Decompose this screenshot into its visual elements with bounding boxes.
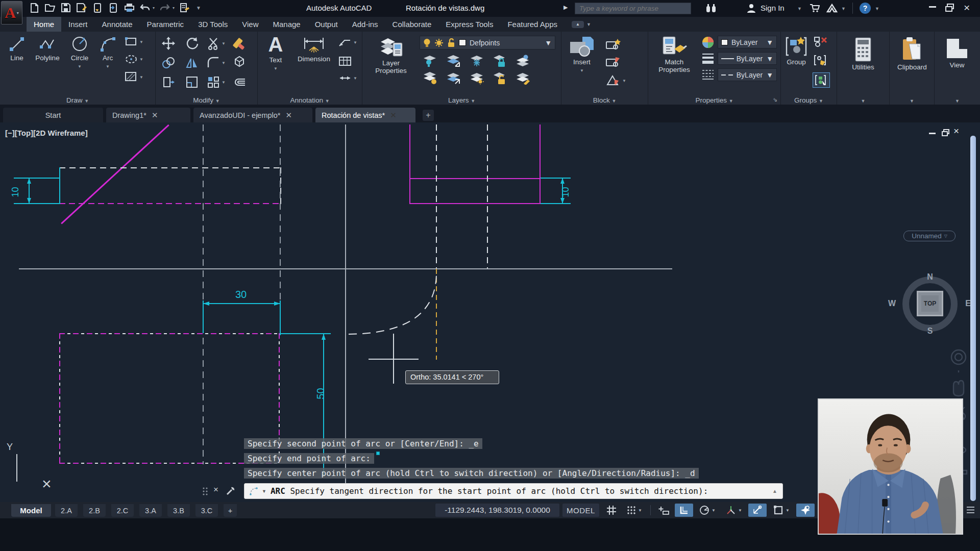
layer-dropdown-arrow-icon[interactable]: ▼: [545, 39, 552, 47]
ellipse-tool-button[interactable]: ▼: [125, 54, 143, 64]
close-tab-icon[interactable]: ✕: [286, 111, 292, 120]
fillet-tool-button[interactable]: ▼: [207, 56, 226, 69]
panel-label-groups[interactable]: Groups ▼: [781, 96, 837, 104]
layer-properties-button[interactable]: Layer Properties: [368, 36, 414, 74]
plot-icon[interactable]: [124, 2, 135, 13]
snap-toggle[interactable]: ▼: [623, 504, 646, 517]
linetype-dropdown[interactable]: ByLayer▼: [718, 68, 777, 81]
coordinates-display[interactable]: -1129.2443, 198.3019, 0.0000: [435, 504, 559, 517]
layer-isolate-icon[interactable]: [422, 54, 438, 67]
object-snap-tracking-toggle[interactable]: [748, 504, 767, 517]
ribbon-tab-output[interactable]: Output: [308, 17, 345, 32]
layout-tab-2a[interactable]: 2.A: [55, 504, 78, 517]
viewcube-top-face[interactable]: TOP: [917, 291, 943, 316]
ungroup-button[interactable]: [814, 36, 828, 48]
file-tab-rotacion[interactable]: Rotación de vistas*✕: [315, 108, 415, 122]
view-button[interactable]: View: [940, 37, 974, 69]
save-as-icon[interactable]: [76, 2, 87, 13]
dynamic-input-toggle[interactable]: [654, 504, 673, 517]
array-tool-button[interactable]: ▼: [207, 76, 226, 89]
define-attributes-button[interactable]: ▼: [605, 74, 626, 87]
copy-tool-button[interactable]: [162, 56, 175, 69]
table-tool-button[interactable]: [338, 56, 352, 66]
window-restore-button[interactable]: [945, 4, 954, 12]
help-icon[interactable]: ?: [860, 3, 871, 14]
ribbon-tab-collaborate[interactable]: Collaborate: [385, 17, 439, 32]
view-name-dropdown[interactable]: Unnamed▽: [903, 231, 955, 241]
ribbon-tab-view[interactable]: View: [235, 17, 265, 32]
model-space-toggle[interactable]: MODEL: [562, 504, 599, 517]
customization-menu-icon[interactable]: [966, 506, 975, 514]
layer-lock-icon[interactable]: [492, 54, 507, 67]
layer-unlock-icon[interactable]: [447, 38, 455, 47]
ribbon-tab-insert[interactable]: Insert: [61, 17, 95, 32]
panel-label-view[interactable]: ▼: [935, 96, 980, 104]
layer-on-icon[interactable]: [423, 38, 431, 47]
layer-thaw2-icon[interactable]: [469, 71, 485, 85]
polar-tracking-toggle[interactable]: ▼: [695, 504, 720, 517]
annotation-visibility-toggle[interactable]: [796, 504, 815, 517]
cart-icon[interactable]: [810, 4, 820, 13]
command-close-icon[interactable]: ×: [213, 485, 218, 495]
text-tool-button[interactable]: A Text▼: [263, 34, 288, 72]
layer-thaw-icon[interactable]: [434, 38, 444, 47]
layout-tab-3a[interactable]: 3.A: [139, 504, 162, 517]
hatch-tool-button[interactable]: ▼: [125, 71, 143, 83]
circle-tool-button[interactable]: Circle▼: [65, 35, 94, 70]
sign-in-dropdown-icon[interactable]: ▼: [797, 6, 802, 11]
viewport-close-icon[interactable]: ×: [953, 126, 959, 137]
trim-tool-button[interactable]: ▼: [207, 37, 226, 50]
command-recent-dropdown-icon[interactable]: ▼: [262, 489, 266, 494]
viewport-restore-icon[interactable]: [942, 129, 949, 136]
undo-icon[interactable]: [139, 2, 151, 13]
panel-label-properties[interactable]: Properties ▼: [648, 96, 780, 104]
layer-change-icon[interactable]: [514, 71, 531, 85]
new-tab-button[interactable]: +: [423, 110, 434, 121]
leader-tool-button[interactable]: ▼: [338, 38, 357, 47]
group-edit-button[interactable]: [814, 54, 828, 66]
model-tab[interactable]: Model: [11, 504, 51, 517]
application-menu-button[interactable]: A▾: [1, 1, 22, 24]
ribbon-tab-3d-tools[interactable]: 3D Tools: [191, 17, 235, 32]
edit-block-button[interactable]: [605, 56, 621, 68]
layout-tab-2b[interactable]: 2.B: [83, 504, 106, 517]
search-input[interactable]: [575, 3, 691, 14]
panel-label-utilities[interactable]: ▼: [837, 96, 889, 104]
object-snap-toggle[interactable]: ▼: [769, 504, 794, 517]
panel-label-draw[interactable]: Draw ▼: [0, 96, 155, 104]
isodraft-toggle[interactable]: ▼: [722, 504, 746, 517]
ribbon-tab-featured-apps[interactable]: Featured Apps: [500, 17, 565, 32]
file-tab-avanzadoudi[interactable]: AvanzadoUDI - ejemplo*✕: [193, 108, 312, 122]
right-scrollbar[interactable]: [970, 136, 976, 501]
open-file-icon[interactable]: [44, 2, 56, 13]
ortho-toggle[interactable]: [675, 504, 693, 517]
viewport-label[interactable]: [−][Top][2D Wireframe]: [5, 129, 88, 137]
window-close-button[interactable]: ×: [964, 2, 970, 14]
properties-expander-icon[interactable]: ⇘: [773, 96, 777, 103]
layer-color-swatch[interactable]: [459, 39, 466, 46]
scale-tool-button[interactable]: [185, 76, 199, 89]
object-color-dropdown[interactable]: ByLayer▼: [718, 36, 777, 48]
stretch-tool-button[interactable]: [162, 76, 175, 89]
file-tab-drawing1[interactable]: Drawing1*✕: [106, 108, 190, 122]
open-from-web-icon[interactable]: [92, 2, 103, 13]
layout-tab-2c[interactable]: 2.C: [111, 504, 134, 517]
autodesk-dropdown-icon[interactable]: ▼: [841, 6, 846, 11]
layer-unlock2-icon[interactable]: [492, 71, 507, 85]
new-file-icon[interactable]: [29, 2, 40, 13]
file-tab-start[interactable]: Start: [3, 108, 103, 122]
lineweight-dropdown[interactable]: ByLayer▼: [718, 52, 777, 65]
ribbon-tab-annotate[interactable]: Annotate: [95, 17, 140, 32]
autodesk-mark-icon[interactable]: [826, 3, 838, 13]
offset-tool-button[interactable]: [232, 76, 247, 89]
sign-in-button[interactable]: Sign In: [761, 4, 785, 12]
ribbon-tab-parametric[interactable]: Parametric: [140, 17, 191, 32]
grid-toggle[interactable]: [602, 504, 621, 517]
line-tool-button[interactable]: Line: [4, 35, 30, 62]
command-palette-grip[interactable]: [202, 487, 209, 497]
dimension-tool-button[interactable]: Dimension: [292, 37, 335, 63]
mirror-tool-button[interactable]: [185, 56, 199, 69]
viewport-minimize-icon[interactable]: [929, 133, 936, 134]
save-icon[interactable]: [60, 2, 71, 13]
close-tab-icon[interactable]: ✕: [152, 111, 158, 120]
